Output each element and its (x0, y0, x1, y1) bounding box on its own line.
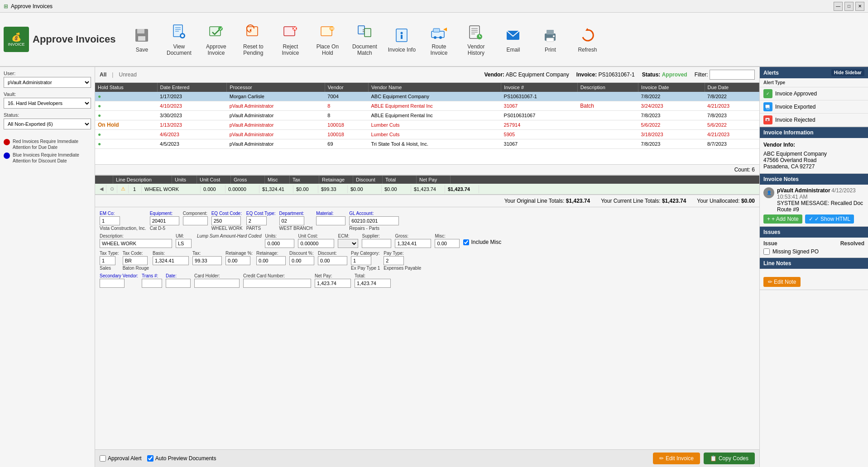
line-item-row[interactable]: ◀ ⊙ ⚠ 1 WHEEL WORK 0.000 0.00000 $1,324.… (95, 184, 759, 195)
gross-input[interactable] (395, 239, 431, 248)
print-button[interactable]: Print (532, 19, 568, 60)
tax-code-input[interactable] (123, 256, 148, 265)
table-row[interactable]: ●4/10/2023pVault Administrator8ABLE Equi… (95, 101, 759, 111)
add-note-button[interactable]: + + Add Note (763, 214, 802, 224)
component-input[interactable] (183, 216, 208, 225)
equipment-input[interactable] (150, 216, 179, 225)
edit-icon: ✏ (659, 455, 664, 462)
material-input[interactable] (316, 216, 345, 225)
approve-invoice-button[interactable]: ✓ Approve Invoice (198, 19, 234, 60)
place-on-hold-button[interactable]: Place On Hold (309, 19, 345, 60)
note-item: 👤 pVault Administrator 4/12/2023 10:53:4… (763, 187, 864, 213)
pay-category-field: Pay Category: Ex Pay Type 1 (351, 251, 380, 271)
vendor-history-button[interactable]: Vendor History (458, 19, 494, 60)
units-input[interactable] (265, 239, 294, 248)
secondary-vendor-input[interactable] (100, 279, 125, 288)
table-row[interactable]: ●4/5/2023pVault Administrator69Tri State… (95, 139, 759, 149)
form-row-2: Description: UM: Lump Sum Amount-Hard Co… (100, 234, 755, 248)
reject-invoice-button[interactable]: Reject Invoice (272, 19, 308, 60)
total-input[interactable] (355, 279, 391, 288)
svg-rect-2 (138, 36, 145, 41)
date-field: Date: (166, 273, 191, 288)
tax-type-field: Tax Type: Sales (100, 251, 119, 271)
ecm-select[interactable] (338, 239, 358, 248)
auto-preview-checkbox[interactable] (147, 455, 153, 462)
alert-exported: Invoice Exported (760, 100, 868, 114)
unit-cost-input[interactable] (298, 239, 334, 248)
status-field: Status: All Non-Exported (6) (4, 112, 91, 129)
email-button[interactable]: Email (495, 19, 531, 60)
invoice-info-button[interactable]: Invoice Info (384, 19, 420, 60)
reset-icon (244, 23, 263, 42)
line-notes-header: Line Notes (760, 258, 868, 269)
vault-select[interactable]: 16. Hard Hat Developers (4, 98, 91, 109)
invoice-info-icon (392, 26, 411, 45)
description-input[interactable] (100, 239, 172, 248)
table-row[interactable]: ●3/30/2023pVault Administrator8ABLE Equi… (95, 111, 759, 120)
close-button[interactable]: ✕ (855, 2, 864, 11)
tax-type-input[interactable] (100, 256, 115, 265)
route-invoice-button[interactable]: Route Invoice (421, 19, 457, 60)
copy-icon: 📋 (710, 455, 717, 462)
discount-input[interactable] (318, 256, 347, 265)
logo-icon: 💰 INVOICE (4, 27, 29, 52)
tab-all[interactable]: All (100, 71, 106, 78)
tab-unread[interactable]: Unread (119, 71, 136, 78)
app-title: Approve Invoices (33, 33, 115, 45)
nav-left-icon[interactable]: ◀ (97, 185, 106, 193)
copy-codes-button[interactable]: 📋 Copy Codes (704, 453, 755, 464)
card-holder-input[interactable] (194, 279, 240, 288)
tax-input[interactable] (192, 256, 222, 265)
alert-rejected-icon (763, 115, 772, 124)
edit-note-button[interactable]: ✏ Edit Note (763, 277, 801, 287)
view-document-button[interactable]: View Document (161, 19, 197, 60)
trans-num-input[interactable] (142, 279, 162, 288)
um-input[interactable] (176, 239, 192, 248)
table-row[interactable]: ●4/6/2023pVault Administrator100018Lumbe… (95, 130, 759, 139)
include-misc-checkbox[interactable] (463, 239, 469, 245)
basis-input[interactable] (153, 256, 189, 265)
credit-card-input[interactable] (243, 279, 311, 288)
pay-category-input[interactable] (351, 256, 371, 265)
em-co-input[interactable] (100, 216, 120, 225)
route-invoice-icon (429, 23, 448, 42)
discount-pct-input[interactable] (289, 256, 314, 265)
edit-invoice-button[interactable]: ✏ Edit Invoice (653, 453, 700, 464)
net-pay-input[interactable] (315, 279, 351, 288)
blue-dot (4, 152, 10, 159)
minimize-button[interactable]: — (834, 2, 843, 11)
hide-sidebar-btn[interactable]: Hide Sidebar (831, 69, 864, 76)
department-input[interactable] (279, 216, 304, 225)
toolbar: 💰 INVOICE Approve Invoices Save View Doc… (0, 13, 868, 67)
user-select[interactable]: pVault Administrator (4, 77, 91, 88)
document-match-button[interactable]: Document Match (346, 19, 383, 60)
save-button[interactable]: Save (124, 19, 160, 60)
date-input[interactable] (166, 279, 191, 288)
bottom-toolbar: Approval Alert Auto Preview Documents ✏ … (95, 449, 759, 467)
status-label: Status: (4, 112, 91, 118)
left-panel: User: pVault Administrator Vault: 16. Ha… (0, 67, 95, 467)
reset-to-pending-button[interactable]: Reset to Pending (235, 19, 271, 60)
table-row[interactable]: ●1/17/2023Morgan Carlisle7004ABC Equipme… (95, 92, 759, 101)
invoice-list-header: All | Unread Vendor: ABC Equipment Compa… (95, 67, 759, 83)
issue-checkbox[interactable] (763, 248, 770, 255)
line-num: 1 (130, 185, 142, 193)
gl-account-input[interactable] (349, 216, 399, 225)
retainage-input[interactable] (256, 256, 286, 265)
eq-cost-code-input[interactable] (211, 216, 241, 225)
approval-alert-checkbox[interactable] (100, 455, 106, 462)
eq-cost-type-input[interactable] (246, 216, 267, 225)
misc-input[interactable] (435, 239, 460, 248)
table-row[interactable]: On Hold1/13/2023pVault Administrator1000… (95, 120, 759, 130)
form-row-4: Secondary Vendor: Trans #: Date: (100, 273, 755, 288)
refresh-button[interactable]: Refresh (569, 19, 605, 60)
show-html-button[interactable]: ✓ ✓ Show HTML (805, 214, 854, 224)
discount-field: Discount: (318, 251, 347, 265)
supplier-input[interactable] (362, 239, 391, 248)
form-row-3: Tax Type: Sales Tax Code: Baton Rouge Ba… (100, 251, 755, 271)
maximize-button[interactable]: □ (844, 2, 854, 11)
filter-input[interactable] (710, 70, 755, 80)
pay-type-input[interactable] (384, 256, 404, 265)
status-select[interactable]: All Non-Exported (6) (4, 119, 91, 129)
retainage-pct-input[interactable] (225, 256, 250, 265)
